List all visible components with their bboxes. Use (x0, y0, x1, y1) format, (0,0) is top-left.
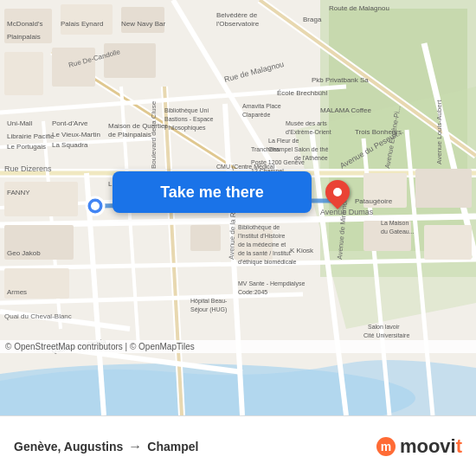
svg-text:Amavita Place: Amavita Place (242, 103, 281, 109)
svg-text:La Squadra: La Squadra (52, 141, 88, 149)
svg-text:Trois Bonheurs: Trois Bonheurs (355, 128, 402, 136)
svg-text:Bastions - Espace: Bastions - Espace (164, 116, 214, 123)
svg-text:Code:2045: Code:2045 (238, 289, 267, 295)
svg-text:Quai du Cheval-Blanc: Quai du Cheval-Blanc (4, 312, 72, 320)
svg-text:New Navy Bar: New Navy Bar (121, 20, 165, 28)
svg-text:Bibliothèque de: Bibliothèque de (238, 224, 280, 231)
svg-text:Geo Jakob: Geo Jakob (7, 249, 41, 257)
svg-text:du Gateau...: du Gateau... (381, 228, 415, 235)
map-container: Rue de Malagnou Rue De-Candolle Boulevar… (0, 0, 476, 415)
svg-text:La Fleur de: La Fleur de (268, 138, 299, 144)
svg-text:l'Observatoire: l'Observatoire (216, 20, 260, 28)
svg-text:Cité Universitaire: Cité Universitaire (363, 332, 409, 338)
svg-text:Claparède: Claparède (242, 112, 270, 119)
take-me-there-button[interactable]: Take me there (113, 171, 312, 213)
svg-text:l'Institut d'Histoire: l'Institut d'Histoire (238, 233, 286, 239)
svg-text:Musée des arts: Musée des arts (286, 120, 327, 126)
svg-text:McDonald's: McDonald's (7, 20, 43, 28)
svg-rect-16 (190, 225, 221, 251)
svg-text:Tranchées: Tranchées (251, 146, 280, 152)
svg-rect-19 (415, 169, 472, 208)
bottom-bar: Genève, Augustins → Champel m moovit (0, 415, 476, 476)
svg-text:Maison de Quartier: Maison de Quartier (108, 122, 167, 130)
svg-text:Palais Eynard: Palais Eynard (61, 20, 103, 28)
svg-text:K Kiosk: K Kiosk (290, 247, 314, 254)
svg-text:Braga: Braga (303, 16, 322, 23)
svg-text:Uni-Mall: Uni-Mall (7, 119, 33, 127)
svg-text:FANNY: FANNY (7, 189, 30, 196)
svg-text:d'Extrème-Orient: d'Extrème-Orient (286, 129, 331, 135)
svg-rect-8 (4, 52, 43, 95)
route-arrow-icon: → (128, 439, 142, 454)
svg-text:Route de Malagnou: Route de Malagnou (329, 4, 389, 12)
svg-text:de la santé / Institut: de la santé / Institut (238, 250, 291, 256)
map-attribution: © OpenStreetMap contributors | © OpenMap… (0, 340, 476, 353)
moovit-text: moovit (400, 435, 462, 458)
svg-text:Philosophiques: Philosophiques (164, 125, 206, 132)
svg-text:Pataugéoire: Pataugéoire (355, 197, 393, 205)
svg-text:de Plainpalais: de Plainpalais (108, 131, 151, 138)
svg-text:MV Sante - Hempdialyse: MV Sante - Hempdialyse (238, 280, 306, 287)
moovit-logo: m moovit (376, 435, 462, 458)
svg-point-90 (91, 202, 100, 210)
destination-marker (325, 180, 350, 211)
svg-rect-21 (424, 225, 472, 260)
svg-text:CMU (Centre Médical: CMU (Centre Médical (216, 164, 275, 170)
svg-text:Armes: Armes (7, 288, 27, 296)
svg-text:Pkb Privatbank Sa: Pkb Privatbank Sa (312, 76, 369, 84)
svg-text:Hôpital Beau-: Hôpital Beau- (190, 298, 228, 305)
svg-text:Rue Dizerens: Rue Dizerens (4, 164, 52, 173)
svg-text:La Maison: La Maison (381, 220, 408, 226)
svg-text:Salon lavoir: Salon lavoir (368, 324, 400, 330)
svg-text:Plainpalais: Plainpalais (7, 33, 41, 41)
svg-text:Belvédère de: Belvédère de (216, 11, 258, 19)
svg-text:de la médecine et: de la médecine et (238, 241, 286, 248)
route-to-label: Champel (147, 440, 198, 453)
svg-text:Le Vieux-Martin: Le Vieux-Martin (52, 131, 100, 138)
svg-text:Séjour (HUG): Séjour (HUG) (190, 306, 227, 313)
svg-text:Salon de thé: Salon de thé (294, 146, 328, 152)
route-from-label: Genève, Augustins (14, 440, 123, 453)
svg-text:École Brechbühl: École Brechbühl (277, 89, 327, 97)
svg-text:Pont-d'Arve: Pont-d'Arve (52, 119, 88, 127)
svg-text:Le Portugais: Le Portugais (7, 143, 46, 151)
svg-rect-10 (104, 43, 156, 78)
svg-text:m: m (381, 440, 391, 453)
svg-text:Bibliothèque Uni: Bibliothèque Uni (164, 107, 209, 114)
svg-rect-11 (4, 182, 78, 216)
svg-text:MALAMA Coffee: MALAMA Coffee (320, 106, 372, 114)
svg-text:d'éthique biomédicale: d'éthique biomédicale (238, 259, 297, 266)
route-from: Genève, Augustins → Champel (14, 439, 198, 454)
svg-text:Avenue Louis-Aubert: Avenue Louis-Aubert (435, 100, 443, 164)
moovit-icon: m (376, 436, 396, 457)
svg-text:Librairie Pacific: Librairie Pacific (7, 132, 54, 140)
